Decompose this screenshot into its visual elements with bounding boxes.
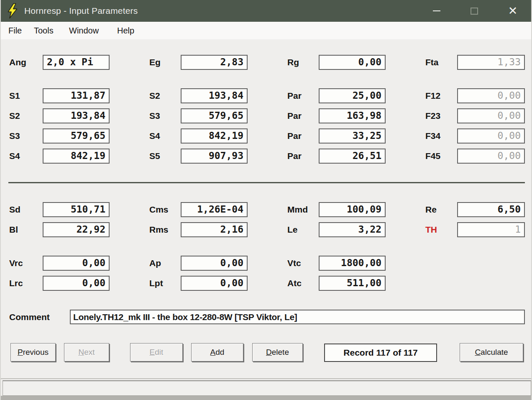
- maximize-icon: [471, 8, 478, 15]
- le-label: Le: [287, 222, 298, 237]
- atc-field[interactable]: 511,00: [319, 276, 386, 291]
- bl-label: Bl: [9, 222, 18, 237]
- f34-field: 0,00: [457, 128, 525, 144]
- eg-label: Eg: [149, 55, 161, 70]
- menu-window[interactable]: Window: [69, 22, 99, 39]
- close-icon: ✕: [508, 0, 518, 22]
- eg-field[interactable]: 2,83: [181, 55, 248, 70]
- calculate-button[interactable]: Calculate: [460, 343, 523, 362]
- vrc-label: Vrc: [9, 256, 23, 271]
- minimize-button[interactable]: [426, 0, 447, 22]
- par4-label: Par: [287, 149, 302, 164]
- par3-label: Par: [287, 128, 302, 144]
- menu-tools[interactable]: Tools: [34, 22, 54, 39]
- ang-label: Ang: [9, 55, 26, 70]
- ang-field[interactable]: 2,0 x Pi: [43, 55, 110, 70]
- sd-field[interactable]: 510,71: [43, 202, 110, 217]
- f34-label: F34: [425, 128, 440, 144]
- f45-label: F45: [425, 149, 440, 164]
- previous-button[interactable]: Previous: [10, 343, 56, 362]
- s3-label-col1: S3: [9, 128, 20, 144]
- f23-field: 0,00: [457, 108, 525, 123]
- edit-button: Edit: [130, 343, 183, 362]
- delete-button[interactable]: Delete: [252, 343, 303, 362]
- fta-label: Fta: [425, 55, 439, 70]
- cms-label: Cms: [149, 202, 169, 217]
- record-counter: Record 117 of 117: [324, 344, 437, 362]
- s5-field[interactable]: 907,93: [181, 149, 248, 164]
- sd-label: Sd: [9, 202, 20, 217]
- comment-label: Comment: [9, 310, 50, 324]
- rg-label: Rg: [287, 55, 299, 70]
- par2-label: Par: [287, 108, 302, 123]
- vrc-field[interactable]: 0,00: [43, 256, 110, 271]
- section-divider: [8, 182, 525, 183]
- mmd-label: Mmd: [287, 202, 308, 217]
- vtc-label: Vtc: [287, 256, 301, 271]
- s2-label-col2: S2: [149, 88, 160, 103]
- rg-field[interactable]: 0,00: [319, 55, 386, 70]
- window-bottom-edge: [1, 396, 532, 400]
- lightning-bolt-icon: [7, 3, 18, 19]
- status-bar: [3, 380, 531, 396]
- s1-field[interactable]: 131,87: [43, 88, 110, 103]
- s3-field-col2[interactable]: 579,65: [181, 108, 248, 123]
- f12-label: F12: [425, 88, 440, 103]
- s4-label-col1: S4: [9, 149, 20, 164]
- s1-label: S1: [9, 88, 20, 103]
- lpt-field[interactable]: 0,00: [181, 276, 248, 291]
- ap-field[interactable]: 0,00: [181, 256, 248, 271]
- bl-field[interactable]: 22,92: [43, 222, 110, 237]
- f45-field: 0,00: [457, 149, 525, 164]
- s4-label-col2: S4: [149, 128, 160, 144]
- re-label: Re: [425, 202, 437, 217]
- par4-field[interactable]: 26,51: [319, 149, 386, 164]
- menu-file[interactable]: File: [8, 22, 22, 39]
- comment-field[interactable]: Lonely.TH12_mk III - the box 12-280-8W […: [70, 310, 525, 324]
- cms-field[interactable]: 1,26E-04: [181, 202, 248, 217]
- lrc-field[interactable]: 0,00: [43, 276, 110, 291]
- ap-label: Ap: [149, 256, 161, 271]
- add-button[interactable]: Add: [191, 343, 243, 362]
- rms-field[interactable]: 2,16: [181, 222, 248, 237]
- close-button[interactable]: ✕: [502, 0, 523, 22]
- s2-label-col1: S2: [9, 108, 20, 123]
- lpt-label: Lpt: [149, 276, 163, 291]
- next-button: Next: [64, 343, 109, 362]
- menu-bar: File Tools Window Help: [1, 22, 532, 39]
- s3-field-col1[interactable]: 579,65: [43, 128, 110, 144]
- le-field[interactable]: 3,22: [319, 222, 386, 237]
- f23-label: F23: [425, 108, 440, 123]
- s3-label-col2: S3: [149, 108, 160, 123]
- th-field: 1: [457, 222, 525, 237]
- f12-field: 0,00: [457, 88, 525, 103]
- atc-label: Atc: [287, 276, 302, 291]
- title-bar: Hornresp - Input Parameters ✕: [1, 0, 532, 22]
- fta-field: 1,33: [457, 55, 525, 70]
- par1-label: Par: [287, 88, 302, 103]
- menu-help[interactable]: Help: [117, 22, 134, 39]
- s4-field-col1[interactable]: 842,19: [43, 149, 110, 164]
- par3-field[interactable]: 33,25: [319, 128, 386, 144]
- mmd-field[interactable]: 100,09: [319, 202, 386, 217]
- minimize-icon: [433, 10, 440, 11]
- re-field[interactable]: 6,50: [457, 202, 525, 217]
- status-divider: [1, 378, 532, 379]
- s2-field-col2[interactable]: 193,84: [181, 88, 248, 103]
- maximize-button[interactable]: [464, 0, 485, 22]
- lrc-label: Lrc: [9, 276, 23, 291]
- th-label: TH: [425, 222, 437, 237]
- s2-field-col1[interactable]: 193,84: [43, 108, 110, 123]
- window-title: Hornresp - Input Parameters: [24, 0, 138, 22]
- s5-label: S5: [149, 149, 160, 164]
- vtc-field[interactable]: 1800,00: [319, 256, 386, 271]
- hornresp-window: Hornresp - Input Parameters ✕ File Tools…: [0, 0, 532, 400]
- par1-field[interactable]: 25,00: [319, 88, 386, 103]
- rms-label: Rms: [149, 222, 169, 237]
- par2-field[interactable]: 163,98: [319, 108, 386, 123]
- s4-field-col2[interactable]: 842,19: [181, 128, 248, 144]
